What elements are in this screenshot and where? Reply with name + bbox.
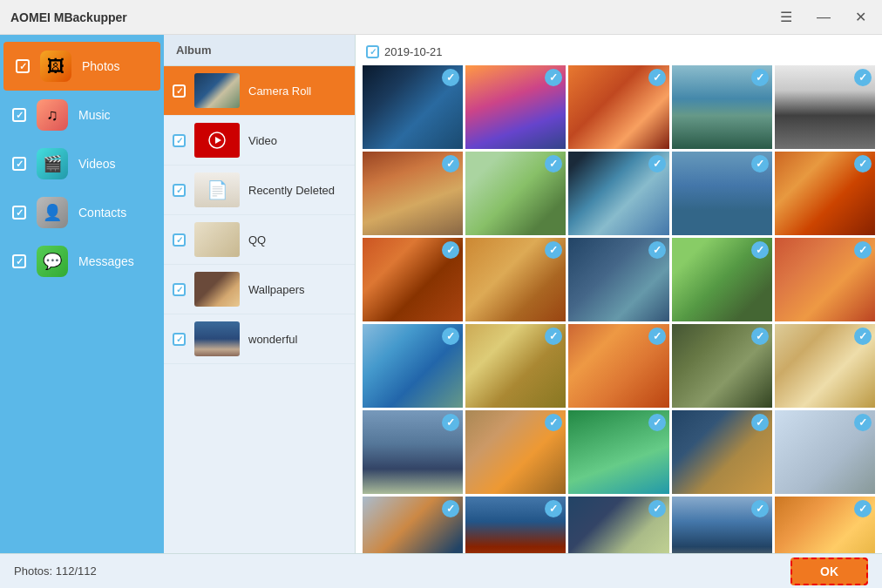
- photo-cell[interactable]: ✓: [363, 324, 463, 408]
- photo-check-icon: ✓: [442, 328, 459, 345]
- recently-deleted-label: Recently Deleted: [248, 184, 346, 197]
- footer: Photos: 112/112 OK: [0, 553, 882, 588]
- date-header: 2019-10-21: [363, 42, 875, 65]
- date-label: 2019-10-21: [384, 45, 443, 58]
- photo-check-icon: ✓: [751, 414, 769, 431]
- menu-button[interactable]: ☰: [775, 9, 797, 26]
- photo-cell[interactable]: ✓: [465, 410, 566, 494]
- photo-check-icon: ✓: [442, 414, 459, 431]
- music-label: Music: [78, 108, 111, 122]
- photo-cell[interactable]: ✓: [775, 65, 875, 149]
- album-item-wonderful[interactable]: wonderful: [164, 314, 355, 364]
- photo-cell[interactable]: ✓: [465, 152, 566, 235]
- photo-check-icon: ✓: [648, 241, 666, 259]
- sidebar-item-videos[interactable]: 🎬 Videos: [0, 139, 164, 188]
- messages-icon: 💬: [37, 246, 68, 277]
- album-item-recently-deleted[interactable]: 📄 Recently Deleted: [164, 166, 355, 215]
- photo-check-icon: ✓: [854, 500, 872, 517]
- wonderful-label: wonderful: [248, 333, 346, 346]
- status-text: Photos: 112/112: [14, 564, 97, 578]
- photo-cell[interactable]: ✓: [775, 152, 875, 235]
- qq-checkbox: [173, 233, 186, 247]
- videos-label: Videos: [78, 157, 116, 171]
- ok-button[interactable]: OK: [790, 558, 868, 585]
- album-item-qq[interactable]: QQ: [164, 215, 355, 265]
- close-button[interactable]: ✕: [850, 9, 872, 26]
- photo-cell[interactable]: ✓: [363, 497, 463, 553]
- photo-check-icon: ✓: [854, 414, 872, 431]
- photo-cell[interactable]: ✓: [363, 65, 463, 149]
- photo-cell[interactable]: ✓: [672, 238, 772, 321]
- video-checkbox: [173, 134, 186, 147]
- sidebar-item-music[interactable]: ♫ Music: [0, 91, 164, 139]
- photo-cell[interactable]: ✓: [775, 410, 875, 494]
- photo-cell[interactable]: ✓: [465, 497, 566, 553]
- messages-checkbox: [12, 254, 26, 268]
- video-label: Video: [248, 134, 346, 147]
- photo-check-icon: ✓: [442, 69, 459, 86]
- photo-cell[interactable]: ✓: [568, 65, 668, 149]
- contacts-icon: 👤: [37, 197, 68, 228]
- photo-cell[interactable]: ✓: [568, 152, 668, 235]
- album-item-video[interactable]: Video: [164, 116, 355, 166]
- sidebar-item-photos[interactable]: 🖼 Photos: [3, 42, 160, 91]
- app-title: AOMEI MBackupper: [10, 10, 775, 24]
- recently-deleted-checkbox: [173, 184, 186, 197]
- wonderful-checkbox: [173, 333, 186, 346]
- photo-cell[interactable]: ✓: [465, 238, 566, 321]
- photo-cell[interactable]: ✓: [568, 238, 668, 321]
- photo-cell[interactable]: ✓: [775, 497, 875, 553]
- photo-check-icon: ✓: [751, 500, 769, 517]
- photo-cell[interactable]: ✓: [363, 152, 463, 235]
- photo-cell[interactable]: ✓: [568, 324, 668, 408]
- wallpapers-thumb: [194, 272, 240, 307]
- sidebar-item-contacts[interactable]: 👤 Contacts: [0, 188, 164, 237]
- album-item-wallpapers[interactable]: Wallpapers: [164, 265, 355, 314]
- photo-cell[interactable]: ✓: [775, 238, 875, 321]
- camera-roll-label: Camera Roll: [248, 84, 346, 98]
- photo-cell[interactable]: ✓: [363, 238, 463, 321]
- photo-cell[interactable]: ✓: [568, 410, 668, 494]
- messages-label: Messages: [78, 254, 134, 268]
- photo-check-icon: ✓: [648, 69, 666, 86]
- sidebar-item-messages[interactable]: 💬 Messages: [0, 237, 164, 286]
- date-checkbox[interactable]: [366, 45, 379, 58]
- photo-check-icon: ✓: [545, 241, 562, 259]
- photo-check-icon: ✓: [648, 500, 666, 517]
- album-item-camera-roll[interactable]: Camera Roll: [164, 66, 355, 116]
- contacts-label: Contacts: [78, 206, 126, 220]
- photo-cell[interactable]: ✓: [672, 324, 772, 408]
- camera-roll-checkbox: [173, 84, 186, 98]
- photo-cell[interactable]: ✓: [465, 65, 566, 149]
- photo-panel[interactable]: 2019-10-21 ✓ ✓ ✓ ✓ ✓ ✓ ✓ ✓ ✓ ✓ ✓ ✓ ✓ ✓ ✓…: [356, 35, 882, 553]
- photo-cell[interactable]: ✓: [672, 410, 772, 494]
- camera-roll-thumb: [194, 73, 240, 108]
- photo-cell[interactable]: ✓: [363, 410, 463, 494]
- album-panel: Album Camera Roll Video 📄: [164, 35, 356, 553]
- minimize-button[interactable]: —: [811, 9, 836, 26]
- music-icon: ♫: [37, 99, 68, 131]
- videos-icon: 🎬: [37, 148, 68, 179]
- photo-check-icon: ✓: [854, 241, 872, 259]
- photo-check-icon: ✓: [442, 241, 459, 259]
- photo-check-icon: ✓: [545, 69, 562, 86]
- photo-check-icon: ✓: [545, 328, 562, 345]
- photo-cell[interactable]: ✓: [568, 497, 668, 553]
- photo-check-icon: ✓: [751, 241, 769, 259]
- photo-cell[interactable]: ✓: [465, 324, 566, 408]
- photo-cell[interactable]: ✓: [672, 152, 772, 235]
- photo-check-icon: ✓: [854, 155, 872, 172]
- photo-check-icon: ✓: [751, 69, 769, 86]
- video-thumb: [194, 123, 240, 158]
- photo-check-icon: ✓: [545, 155, 562, 172]
- photo-cell[interactable]: ✓: [672, 497, 772, 553]
- photo-cell[interactable]: ✓: [775, 324, 875, 408]
- window-controls: ☰ — ✕: [775, 9, 872, 26]
- photo-check-icon: ✓: [854, 69, 872, 86]
- photo-check-icon: ✓: [442, 500, 459, 517]
- titlebar: AOMEI MBackupper ☰ — ✕: [0, 0, 882, 35]
- photo-cell[interactable]: ✓: [672, 65, 772, 149]
- photos-checkbox: [16, 59, 30, 73]
- photo-grid: ✓ ✓ ✓ ✓ ✓ ✓ ✓ ✓ ✓ ✓ ✓ ✓ ✓ ✓ ✓ ✓ ✓ ✓ ✓ ✓ …: [363, 65, 875, 553]
- app-body: 🖼 Photos ♫ Music 🎬 Videos 👤 Contacts 💬 M…: [0, 35, 882, 553]
